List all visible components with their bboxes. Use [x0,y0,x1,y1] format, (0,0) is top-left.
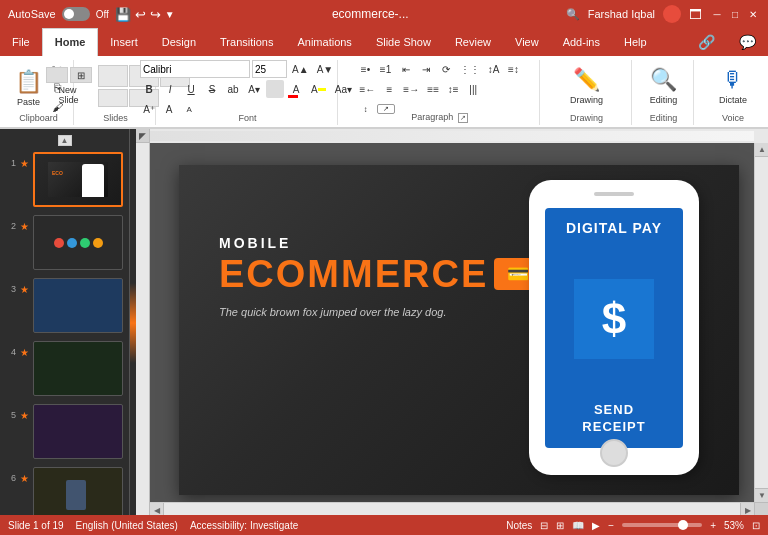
slide-thumb-4[interactable]: 4 ★ [4,339,125,398]
redo-icon[interactable]: ↪ [150,7,161,22]
customize-icon[interactable]: ▼ [165,9,175,20]
scroll-down-button[interactable]: ▼ [755,488,768,502]
tab-slideshow[interactable]: Slide Show [364,28,443,56]
align-center-button[interactable]: ≡ [380,80,398,98]
para-dialog-launcher[interactable]: ↗ [377,104,395,114]
zoom-slider[interactable] [622,523,702,527]
zoom-thumb [678,520,688,530]
shadow-button[interactable]: ab [224,80,242,98]
increase-font-button[interactable]: A▲ [289,60,312,78]
font-group: A▲ A▼ B I U S ab A▾ A A Aa▾ A⁺ A [158,60,338,125]
underline-button[interactable]: U [182,80,200,98]
fit-to-window-button[interactable]: ⊡ [752,520,760,531]
editing-group-label: Editing [650,113,678,123]
slide-star-5: ★ [20,410,29,421]
tab-review[interactable]: Review [443,28,503,56]
close-button[interactable]: ✕ [746,7,760,21]
horizontal-scrollbar[interactable]: ◀ ▶ [150,502,754,516]
ribbon-display-toggle[interactable]: 🗖 [689,7,702,22]
paragraph-dialog-launcher-icon[interactable]: ↗ [458,113,468,123]
status-bar: Slide 1 of 19 English (United States) Ac… [0,515,768,535]
char-spacing-button[interactable]: A▾ [245,80,263,98]
para-spacing[interactable]: ↕ [357,100,375,118]
minimize-button[interactable]: ─ [710,7,724,21]
accessibility-info[interactable]: Accessibility: Investigate [190,520,298,531]
increase-indent-button[interactable]: ⇥ [417,60,435,78]
save-icon[interactable]: 💾 [115,7,131,22]
view-reading-button[interactable]: 📖 [572,520,584,531]
send-receipt-text: SEND RECEIPT [582,402,645,436]
font-size-input[interactable] [252,60,287,78]
slide-thumb-5[interactable]: 5 ★ [4,402,125,461]
digital-pay-text: DIGITAL PAY [566,220,662,237]
view-normal-button[interactable]: ⊟ [540,520,548,531]
font-color-button[interactable]: A [287,80,305,98]
smart-art-convert[interactable]: ⟳ [437,60,455,78]
ruler-corner[interactable]: ◤ [136,129,150,143]
slide-viewport[interactable]: MOBILE ECOMMERCE 💳 The quick brown fox j… [150,143,768,516]
undo-icon[interactable]: ↩ [135,7,146,22]
bold-button[interactable]: B [140,80,158,98]
slide-thumb-1[interactable]: 1 ★ ECO [4,150,125,209]
font-size-small[interactable]: A [180,100,198,118]
text-direction-button[interactable]: ↕A [485,60,503,78]
tab-animations[interactable]: Animations [285,28,363,56]
decrease-indent-button[interactable]: ⇤ [397,60,415,78]
zoom-level[interactable]: 53% [724,520,744,531]
paste-label: Paste [17,97,40,107]
maximize-button[interactable]: □ [728,7,742,21]
tab-home[interactable]: Home [42,28,99,56]
line-spacing-button[interactable]: ↕≡ [444,80,462,98]
drawing-button[interactable]: ✏️ Drawing [566,60,607,112]
share-icon[interactable]: 🔗 [686,28,727,56]
tab-addins[interactable]: Add-ins [551,28,612,56]
slide-number-3: 3 [6,284,16,294]
bullets-button[interactable]: ≡• [357,60,375,78]
comment-icon[interactable]: 💬 [727,28,768,56]
phone-screen: DIGITAL PAY $ SEND RECEIPT [545,208,683,448]
view-slide-sorter-button[interactable]: ⊞ [556,520,564,531]
tab-transitions[interactable]: Transitions [208,28,285,56]
font-name-input[interactable] [140,60,250,78]
zoom-out-button[interactable]: − [608,520,614,531]
search-icon[interactable]: 🔍 [566,8,580,21]
vertical-scrollbar[interactable]: ▲ ▼ [754,143,768,502]
slide-thumb-3[interactable]: 3 ★ [4,276,125,335]
align-left-button[interactable]: ≡← [357,80,379,98]
phone-mockup: DIGITAL PAY $ SEND RECEIPT [519,175,709,485]
slide-thumb-2[interactable]: 2 ★ [4,213,125,272]
highlight-color-button[interactable]: A [308,80,329,98]
slide-star-3: ★ [20,284,29,295]
title-bar: AutoSave Off 💾 ↩ ↪ ▼ ecommerce-... 🔍 Far… [0,0,768,28]
tab-insert[interactable]: Insert [98,28,150,56]
tab-view[interactable]: View [503,28,551,56]
notes-button[interactable]: Notes [506,520,532,531]
slide-canvas[interactable]: MOBILE ECOMMERCE 💳 The quick brown fox j… [179,165,739,495]
justify-button[interactable]: ≡≡ [424,80,442,98]
editing-button[interactable]: 🔍 Editing [646,60,682,112]
new-slide-button[interactable]: ⊞ New Slide [42,60,96,112]
add-remove-columns[interactable]: ||| [464,80,482,98]
slide-thumb-6[interactable]: 6 ★ [4,465,125,516]
autosave-toggle[interactable] [62,7,90,21]
align-text-button[interactable]: ≡↕ [505,60,523,78]
tab-design[interactable]: Design [150,28,208,56]
slide-panel[interactable]: ▲ 1 ★ ECO 2 ★ [0,129,130,516]
dictate-button[interactable]: 🎙 Dictate [715,60,751,112]
slide-image-1: ECO [33,152,123,207]
decrease-font-button[interactable]: A▼ [314,60,337,78]
font-clear-format[interactable]: A⁺ [140,100,158,118]
align-right-button[interactable]: ≡→ [400,80,422,98]
view-slideshow-button[interactable]: ▶ [592,520,600,531]
scroll-up-button[interactable]: ▲ [755,143,768,157]
numbering-button[interactable]: ≡1 [377,60,395,78]
columns-button[interactable]: ⋮⋮ [457,60,483,78]
zoom-in-button[interactable]: + [710,520,716,531]
slide-image-6 [33,467,123,516]
tab-help[interactable]: Help [612,28,659,56]
italic-button[interactable]: I [161,80,179,98]
slide-panel-scroll-up[interactable]: ▲ [58,135,72,146]
tab-file[interactable]: File [0,28,42,56]
strikethrough-button[interactable]: S [203,80,221,98]
font-size-large[interactable]: A [160,100,178,118]
